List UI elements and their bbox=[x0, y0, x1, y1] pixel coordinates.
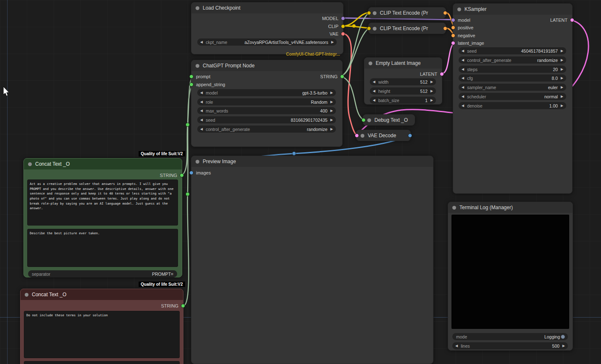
prev-arrow-icon[interactable]: ◀ bbox=[373, 80, 375, 84]
prev-arrow-icon[interactable]: ◀ bbox=[200, 109, 203, 113]
collapse-dot-icon[interactable] bbox=[369, 62, 372, 65]
collapse-dot-icon[interactable] bbox=[452, 206, 456, 210]
widget-width[interactable]: ◀ width 512 ▶ bbox=[370, 78, 436, 85]
node-clip-text-encode-2[interactable]: CLIP Text Encode (Pr bbox=[368, 23, 446, 33]
node-empty-latent-image[interactable]: Empty Latent Image LATENT ◀ width 512 ▶ … bbox=[364, 57, 442, 105]
prev-arrow-icon[interactable]: ◀ bbox=[200, 41, 203, 44]
widget-sampler-name[interactable]: ◀ sampler_name euler ▶ bbox=[459, 84, 566, 91]
text-field-2[interactable]: Describe the best picture ever taken. bbox=[27, 229, 178, 267]
node-preview-image[interactable]: Preview Image images bbox=[191, 156, 433, 364]
next-arrow-icon[interactable]: ▶ bbox=[431, 90, 433, 93]
prev-arrow-icon[interactable]: ◀ bbox=[462, 59, 464, 62]
collapsed-output-dot[interactable] bbox=[443, 11, 447, 15]
collapsed-output-dot[interactable] bbox=[443, 26, 447, 31]
prev-arrow-icon[interactable]: ◀ bbox=[373, 99, 375, 102]
collapsed-input-dot[interactable] bbox=[367, 11, 371, 15]
node-ksampler[interactable]: KSampler model positive negative latent_… bbox=[453, 3, 573, 194]
collapsed-output-dot[interactable] bbox=[408, 133, 412, 138]
next-arrow-icon[interactable]: ▶ bbox=[431, 99, 433, 102]
widget-seed[interactable]: ◀ seed 831662901702435 ▶ bbox=[197, 116, 336, 123]
model-output-dot[interactable] bbox=[341, 16, 345, 21]
node-titlebar[interactable]: Debug Text _O bbox=[363, 115, 415, 126]
text-field-2[interactable]: AI language model, AI assistant bbox=[24, 361, 180, 364]
next-arrow-icon[interactable]: ▶ bbox=[561, 59, 563, 62]
string-output-dot[interactable] bbox=[180, 173, 184, 177]
prev-arrow-icon[interactable]: ◀ bbox=[455, 344, 458, 348]
widget-height[interactable]: ◀ height 512 ▶ bbox=[370, 87, 436, 95]
next-arrow-icon[interactable]: ▶ bbox=[330, 91, 333, 95]
next-arrow-icon[interactable]: ▶ bbox=[330, 109, 333, 113]
next-arrow-icon[interactable]: ▶ bbox=[331, 41, 334, 44]
prev-arrow-icon[interactable]: ◀ bbox=[462, 95, 464, 98]
node-titlebar[interactable]: Concat Text _O bbox=[24, 159, 182, 169]
collapsed-input-dot[interactable] bbox=[361, 118, 366, 122]
positive-input-dot[interactable] bbox=[451, 26, 455, 30]
next-arrow-icon[interactable]: ▶ bbox=[561, 68, 563, 71]
node-concat-text-red[interactable]: Concat Text _O STRING Do not include the… bbox=[20, 289, 183, 364]
collapse-dot-icon[interactable] bbox=[373, 11, 377, 15]
prev-arrow-icon[interactable]: ◀ bbox=[200, 128, 203, 131]
images-input-dot[interactable] bbox=[189, 171, 193, 175]
prev-arrow-icon[interactable]: ◀ bbox=[462, 49, 464, 53]
prev-arrow-icon[interactable]: ◀ bbox=[200, 100, 203, 104]
next-arrow-icon[interactable]: ▶ bbox=[561, 95, 563, 98]
node-titlebar[interactable]: ChatGPT Prompt Node bbox=[191, 60, 342, 71]
collapsed-input-dot[interactable] bbox=[355, 133, 359, 138]
string-output-dot[interactable] bbox=[181, 304, 185, 308]
widget-lines[interactable]: ◀ lines 500 ▶ bbox=[452, 342, 568, 349]
prev-arrow-icon[interactable]: ◀ bbox=[200, 118, 203, 122]
vae-output-dot[interactable] bbox=[341, 32, 345, 36]
latent-output-dot[interactable] bbox=[440, 72, 444, 76]
collapse-dot-icon[interactable] bbox=[196, 64, 199, 68]
node-debug-text[interactable]: Debug Text _O bbox=[363, 114, 415, 125]
text-field-1[interactable]: Act as a creative problem solver that an… bbox=[27, 179, 178, 226]
clip-output-dot[interactable] bbox=[341, 24, 345, 28]
node-titlebar[interactable]: VAE Decode bbox=[356, 130, 410, 141]
append-string-input-dot[interactable] bbox=[189, 82, 193, 87]
next-arrow-icon[interactable]: ▶ bbox=[561, 86, 563, 89]
widget-control-after-generate[interactable]: ◀ control_after_generate randomize ▶ bbox=[459, 56, 566, 64]
prev-arrow-icon[interactable]: ◀ bbox=[200, 91, 203, 95]
widget-role[interactable]: ◀ role Random ▶ bbox=[197, 98, 336, 105]
latent-image-input-dot[interactable] bbox=[451, 41, 455, 45]
prev-arrow-icon[interactable]: ◀ bbox=[462, 86, 464, 89]
collapse-dot-icon[interactable] bbox=[25, 293, 28, 297]
mode-toggle-icon[interactable] bbox=[561, 335, 565, 339]
node-titlebar[interactable]: Terminal Log (Manager) bbox=[448, 202, 573, 213]
widget-max-words[interactable]: ◀ max_words 400 ▶ bbox=[197, 107, 336, 114]
widget-scheduler[interactable]: ◀ scheduler normal ▶ bbox=[459, 93, 566, 100]
next-arrow-icon[interactable]: ▶ bbox=[562, 344, 565, 348]
next-arrow-icon[interactable]: ▶ bbox=[431, 80, 433, 84]
node-titlebar[interactable]: Preview Image bbox=[191, 156, 433, 167]
widget-ckpt-name[interactable]: ◀ ckpt_name aZovyaRPGArtistTools_v4VAE.s… bbox=[197, 38, 337, 46]
next-arrow-icon[interactable]: ▶ bbox=[561, 49, 563, 53]
node-concat-text-green[interactable]: Concat Text _O STRING Act as a creative … bbox=[23, 158, 182, 277]
widget-denoise[interactable]: ◀ denoise 1.00 ▶ bbox=[459, 102, 566, 109]
next-arrow-icon[interactable]: ▶ bbox=[330, 118, 333, 122]
node-chatgpt-prompt[interactable]: ChatGPT Prompt Node prompt append_string… bbox=[191, 60, 343, 147]
model-input-dot[interactable] bbox=[451, 18, 455, 22]
collapse-dot-icon[interactable] bbox=[28, 162, 32, 166]
node-titlebar[interactable]: Concat Text _O bbox=[21, 289, 183, 300]
next-arrow-icon[interactable]: ▶ bbox=[330, 100, 333, 104]
collapse-dot-icon[interactable] bbox=[196, 160, 199, 164]
widget-steps[interactable]: ◀ steps 20 ▶ bbox=[459, 66, 566, 73]
collapsed-input-dot[interactable] bbox=[367, 26, 371, 31]
widget-seed[interactable]: ◀ seed 450451784191857 ▶ bbox=[459, 47, 566, 54]
node-graph-canvas[interactable]: Load Checkpoint MODEL CLIP VAE ◀ ckpt_na… bbox=[0, 0, 601, 364]
prev-arrow-icon[interactable]: ◀ bbox=[373, 90, 375, 93]
prompt-input-dot[interactable] bbox=[189, 74, 193, 79]
collapse-dot-icon[interactable] bbox=[361, 134, 364, 138]
node-titlebar[interactable]: CLIP Text Encode (Pr bbox=[369, 23, 446, 34]
node-terminal-log[interactable]: Terminal Log (Manager) mode Logging ◀ li… bbox=[448, 202, 573, 351]
latent-output-dot[interactable] bbox=[570, 18, 574, 22]
node-titlebar[interactable]: CLIP Text Encode (Pr bbox=[369, 8, 446, 18]
node-load-checkpoint[interactable]: Load Checkpoint MODEL CLIP VAE ◀ ckpt_na… bbox=[191, 2, 343, 54]
prev-arrow-icon[interactable]: ◀ bbox=[462, 104, 464, 108]
widget-mode[interactable]: mode Logging bbox=[452, 333, 568, 340]
negative-input-dot[interactable] bbox=[451, 33, 455, 38]
node-titlebar[interactable]: KSampler bbox=[453, 4, 572, 15]
text-field-1[interactable]: Do not include these terms in your solut… bbox=[24, 311, 180, 358]
next-arrow-icon[interactable]: ▶ bbox=[330, 128, 333, 131]
collapse-dot-icon[interactable] bbox=[367, 118, 371, 122]
